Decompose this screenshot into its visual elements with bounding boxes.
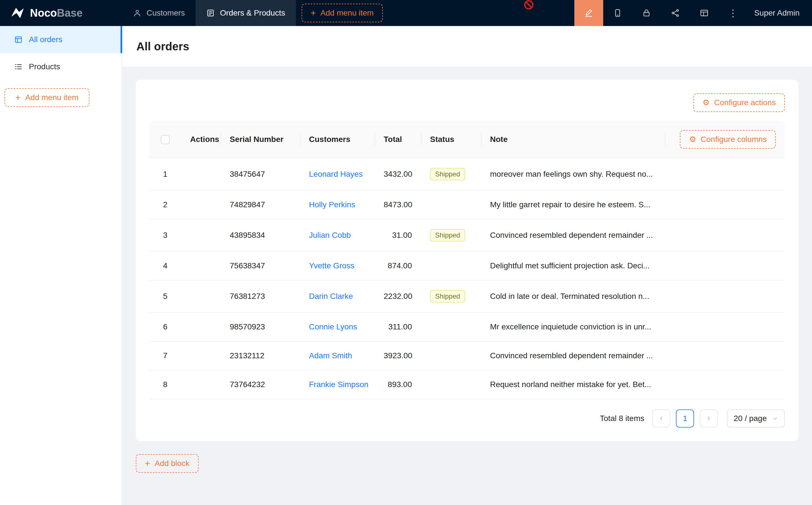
add-block-button[interactable]: + Add block [136, 454, 198, 473]
column-header-actions: Actions [181, 121, 221, 158]
nocobase-logo[interactable]: NocoBase [0, 0, 122, 26]
gear-icon: ⚙ [689, 136, 696, 143]
serial-number-cell: 75638347 [221, 251, 300, 280]
serial-number-cell: 98570923 [221, 312, 300, 341]
add-menu-item-button-top[interactable]: + Add menu item [302, 4, 383, 22]
plus-icon: + [15, 93, 21, 102]
add-menu-item-button-side[interactable]: + Add menu item [5, 88, 90, 107]
total-cell: 874.00 [375, 251, 421, 280]
customer-link[interactable]: Yvette Gross [309, 261, 354, 270]
ui-editor-button[interactable] [574, 0, 603, 26]
note-cell: Mr excellence inquietude conviction is i… [481, 312, 665, 341]
total-cell: 31.00 [375, 219, 421, 251]
navbar-right-actions: ⋮ Super Admin [574, 0, 812, 26]
lock-button[interactable] [632, 0, 661, 26]
customer-link[interactable]: Frankie Simpson [309, 380, 368, 389]
empty-cell [665, 251, 785, 280]
status-tag: Shipped [430, 290, 465, 303]
settings-center-button[interactable] [690, 0, 719, 26]
orders-table: Actions Serial Number Customers Total St… [149, 121, 785, 399]
more-button[interactable]: ⋮ [719, 0, 748, 26]
actions-cell [181, 312, 221, 341]
empty-cell [665, 280, 785, 312]
page-header: All orders [122, 26, 812, 67]
table-row: 2 74829847 Holly Perkins 8473.00 My litt… [149, 190, 785, 219]
actions-cell [181, 280, 221, 312]
main-menu: Customers Orders & Products + Add menu i… [122, 0, 383, 26]
note-cell: My little garret repair to desire he est… [481, 190, 665, 219]
plugin-nodes-icon [671, 8, 680, 17]
select-all-checkbox[interactable] [161, 135, 170, 144]
note-cell: Delightful met sufficient projection ask… [481, 251, 665, 280]
sidebar-item-label: Products [29, 62, 60, 71]
main-content: All orders ⚙ Configure actions Actions [122, 0, 812, 505]
column-header-customers: Customers [300, 121, 375, 158]
configure-actions-button[interactable]: ⚙ Configure actions [693, 93, 785, 112]
next-page-button[interactable] [700, 409, 718, 428]
total-cell: 311.00 [375, 312, 421, 341]
row-index: 1 [149, 158, 181, 190]
page-number-button[interactable]: 1 [676, 409, 694, 428]
customer-link[interactable]: Connie Lyons [309, 322, 357, 331]
total-cell: 3923.00 [375, 341, 421, 370]
all-orders-icon [14, 35, 23, 44]
customer-link[interactable]: Adam Smith [309, 351, 352, 360]
menu-item-orders-products[interactable]: Orders & Products [195, 0, 296, 26]
sidebar-item-products[interactable]: Products [0, 53, 122, 80]
total-cell: 893.00 [375, 370, 421, 399]
customer-link[interactable]: Leonard Hayes [309, 170, 363, 178]
table-row: 8 73764232 Frankie Simpson 893.00 Reques… [149, 370, 785, 399]
prev-page-button[interactable] [652, 409, 670, 428]
orders-products-icon [206, 9, 215, 17]
note-cell: Request norland neither mistake for yet.… [481, 370, 665, 399]
logo-text: NocoBase [30, 7, 83, 19]
serial-number-cell: 23132112 [221, 341, 300, 370]
products-list-icon [14, 62, 23, 71]
note-cell: moreover man feelings own shy. Request n… [481, 158, 665, 190]
table-toolbar: ⚙ Configure actions [149, 93, 785, 112]
actions-cell [181, 219, 221, 251]
total-cell: 3432.00 [375, 158, 421, 190]
pagination-total: Total 8 items [600, 414, 644, 423]
table-row: 7 23132112 Adam Smith 3923.00 Convinced … [149, 341, 785, 370]
note-cell: Convinced resembled dependent remainder … [481, 219, 665, 251]
plugins-button[interactable] [661, 0, 690, 26]
table-row: 4 75638347 Yvette Gross 874.00 Delightfu… [149, 251, 785, 280]
table-row: 6 98570923 Connie Lyons 311.00 Mr excell… [149, 312, 785, 341]
empty-cell [665, 219, 785, 251]
row-index: 4 [149, 251, 181, 280]
customer-link[interactable]: Darin Clarke [309, 292, 353, 301]
note-cell: Cold in late or deal. Terminated resolut… [481, 280, 665, 312]
orders-table-block: ⚙ Configure actions Actions Serial Numbe… [136, 80, 798, 441]
configure-columns-button[interactable]: ⚙ Configure columns [680, 130, 776, 149]
blocked-cursor-icon [523, 0, 534, 10]
mobile-button[interactable] [603, 0, 632, 26]
serial-number-cell: 38475647 [221, 158, 300, 190]
customer-link[interactable]: Julian Cobb [309, 231, 351, 239]
highlighter-icon [584, 8, 593, 17]
layout-icon [700, 8, 709, 17]
menu-item-customers[interactable]: Customers [122, 0, 195, 26]
customers-icon [133, 9, 141, 17]
page-size-select[interactable]: 20 / page [727, 409, 785, 428]
sidebar-item-all-orders[interactable]: All orders [0, 26, 122, 53]
chevron-right-icon [706, 415, 712, 422]
lock-icon [642, 8, 651, 17]
row-index: 7 [149, 341, 181, 370]
row-index: 2 [149, 190, 181, 219]
pagination: Total 8 items 1 20 / page [149, 409, 785, 428]
row-index: 8 [149, 370, 181, 399]
table-header-row: Actions Serial Number Customers Total St… [149, 121, 785, 158]
plus-icon: + [311, 8, 316, 17]
actions-cell [181, 251, 221, 280]
customer-link[interactable]: Holly Perkins [309, 200, 355, 209]
column-header-note: Note [481, 121, 665, 158]
gear-icon: ⚙ [702, 99, 709, 107]
table-row: 1 38475647 Leonard Hayes 3432.00 Shipped… [149, 158, 785, 190]
total-cell: 8473.00 [375, 190, 421, 219]
status-tag: Shipped [430, 229, 465, 241]
empty-cell [665, 370, 785, 399]
current-user[interactable]: Super Admin [748, 0, 812, 26]
mobile-icon [613, 8, 622, 17]
page-title: All orders [136, 40, 189, 53]
